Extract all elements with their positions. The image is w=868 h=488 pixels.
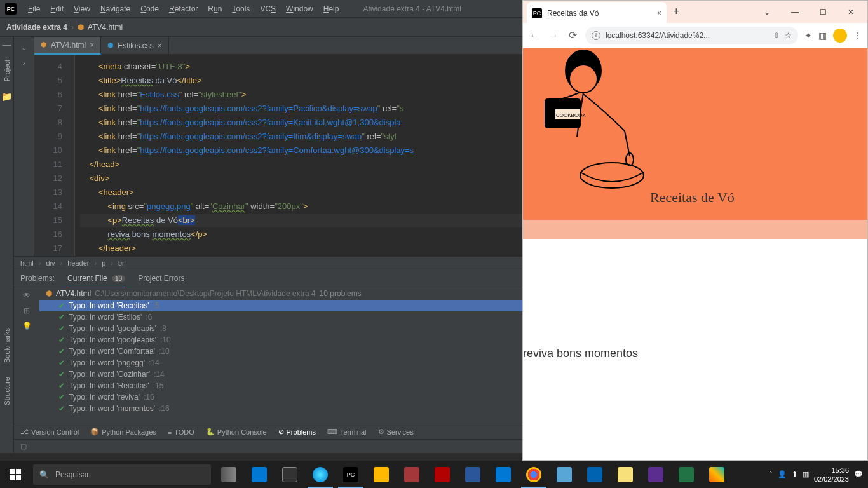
app-icon[interactable] <box>641 461 671 488</box>
close-tab-icon[interactable]: × <box>657 9 661 18</box>
svg-point-6 <box>580 163 644 188</box>
calculator-icon[interactable] <box>275 461 305 488</box>
task-app-icon[interactable] <box>244 461 275 488</box>
back-button[interactable]: ← <box>528 30 541 41</box>
maximize-button[interactable]: ☐ <box>810 3 836 21</box>
checkmark-icon: ✔ <box>58 301 65 310</box>
menu-file[interactable]: File <box>23 4 45 13</box>
structure-tool-tab[interactable]: Structure <box>2 373 12 409</box>
breadcrumb-item[interactable]: html <box>20 259 34 267</box>
tab-python-console[interactable]: 🐍 Python Console <box>206 428 267 436</box>
more-menu-icon[interactable]: ⋮ <box>853 30 862 41</box>
checkmark-icon: ✔ <box>58 313 65 322</box>
problems-tab-current[interactable]: Current File 10 <box>67 274 125 288</box>
extensions-icon[interactable]: ✦ <box>804 30 812 41</box>
user-avatar[interactable] <box>833 29 847 43</box>
tool-window-icon[interactable]: ▢ <box>20 442 27 451</box>
filezilla-icon[interactable] <box>427 461 458 488</box>
tab-python-packages[interactable]: 📦 Python Packages <box>90 428 156 436</box>
tray-icon[interactable]: ▥ <box>803 470 809 478</box>
star-icon[interactable]: ☆ <box>785 31 792 40</box>
browser-tab[interactable]: PC Receitas da Vó × <box>527 2 667 24</box>
menu-refactor[interactable]: Refactor <box>164 4 203 13</box>
menu-code[interactable]: Code <box>135 4 164 13</box>
share-icon[interactable]: ⇧ <box>773 31 780 40</box>
chevron-up-icon[interactable]: ˄ <box>769 470 773 478</box>
side-panel-icon[interactable]: ▥ <box>818 30 827 41</box>
taskbar-search[interactable]: 🔍 Pesquisar <box>33 464 211 485</box>
chrome-app-icon[interactable] <box>519 461 549 488</box>
search-icon: 🔍 <box>39 470 49 479</box>
close-button[interactable]: ✕ <box>838 3 864 21</box>
pycharm-app-icon[interactable]: PC <box>336 461 366 488</box>
sub-stripe <box>523 220 867 239</box>
system-tray[interactable]: ˄ 👤 ⬆ ▥ 15:36 02/02/2023 💬 <box>764 466 868 484</box>
menu-help[interactable]: Help <box>318 4 344 13</box>
menu-edit[interactable]: Edit <box>45 4 69 13</box>
menu-tools[interactable]: Tools <box>227 4 255 13</box>
file-name[interactable]: ATV4.html <box>88 23 123 32</box>
close-tab-icon[interactable]: × <box>158 41 162 50</box>
access-icon[interactable] <box>397 461 427 488</box>
clock[interactable]: 15:36 02/02/2023 <box>814 466 849 484</box>
new-tab-button[interactable]: + <box>667 5 686 18</box>
breadcrumb-item[interactable]: p <box>102 259 105 267</box>
chevron-right-icon[interactable]: › <box>23 58 25 67</box>
left-tool-stripe: — Project 📁 Bookmarks Structure <box>0 37 14 453</box>
forward-button[interactable]: → <box>547 30 560 41</box>
search-placeholder: Pesquisar <box>55 470 89 479</box>
tab-atv4[interactable]: ⬢ ATV4.html × <box>34 37 101 55</box>
breadcrumb-item[interactable]: header <box>67 259 89 267</box>
camera-icon[interactable] <box>580 461 610 488</box>
menu-vcs[interactable]: VCS <box>255 4 281 13</box>
tab-todo[interactable]: ≡ TODO <box>168 428 194 436</box>
chevron-down-icon[interactable]: ⌄ <box>754 3 780 21</box>
start-button[interactable] <box>0 461 31 488</box>
taskview-button[interactable] <box>214 461 244 488</box>
reload-button[interactable]: ⟳ <box>566 29 579 41</box>
tray-icon[interactable]: ⬆ <box>792 470 797 478</box>
menu-window[interactable]: Window <box>281 4 318 13</box>
people-icon[interactable]: 👤 <box>778 470 787 478</box>
bulb-icon[interactable]: 💡 <box>22 322 32 330</box>
hero-section: COOKBOOK Receitas de Vó <box>523 48 867 220</box>
tab-terminal[interactable]: ⌨ Terminal <box>327 428 367 436</box>
problems-label: Problems: <box>20 274 55 283</box>
explorer-icon[interactable] <box>366 461 397 488</box>
expand-icon[interactable]: ⊞ <box>24 306 30 315</box>
fold-gutter[interactable] <box>66 55 75 256</box>
tab-services[interactable]: ⚙ Services <box>378 428 414 436</box>
minimize-button[interactable]: — <box>782 3 808 21</box>
menu-run[interactable]: Run <box>203 4 227 13</box>
problems-tab-errors[interactable]: Project Errors <box>138 274 184 283</box>
notifications-icon[interactable]: 💬 <box>854 470 863 478</box>
chevron-down-icon[interactable]: ⌄ <box>21 43 27 52</box>
bookmarks-tool-tab[interactable]: Bookmarks <box>2 324 12 367</box>
menu-view[interactable]: View <box>69 4 95 13</box>
tab-problems[interactable]: ⊘ Problems <box>278 428 316 436</box>
browser-titlebar: PC Receitas da Vó × + ⌄ — ☐ ✕ <box>523 1 867 23</box>
word-icon[interactable] <box>458 461 488 488</box>
collapse-icon[interactable]: — <box>3 39 11 50</box>
paint-icon[interactable] <box>702 461 732 488</box>
tab-estilos[interactable]: ⬢ Estilos.css × <box>101 37 169 55</box>
project-name[interactable]: Atividade extra 4 <box>6 23 67 32</box>
checkmark-icon: ✔ <box>58 336 65 344</box>
project-tree-collapsed[interactable]: › <box>14 55 34 256</box>
excel-icon[interactable] <box>671 461 702 488</box>
outlook-icon[interactable] <box>488 461 519 488</box>
menu-navigate[interactable]: Navigate <box>95 4 135 13</box>
edge-icon[interactable] <box>305 461 336 488</box>
site-info-icon[interactable]: i <box>592 31 600 40</box>
breadcrumb-item[interactable]: div <box>46 259 55 267</box>
project-tool-tab[interactable]: Project <box>2 56 12 85</box>
tab-version-control[interactable]: ⎇ Version Control <box>20 428 79 436</box>
eye-icon[interactable]: 👁 <box>23 291 31 300</box>
app-icon[interactable] <box>610 461 641 488</box>
problems-toolbar: 👁 ⊞ 💡 <box>14 287 39 424</box>
notepad-icon[interactable] <box>549 461 580 488</box>
breadcrumb-item[interactable]: br <box>118 259 125 267</box>
checkmark-icon: ✔ <box>58 324 65 333</box>
close-tab-icon[interactable]: × <box>90 41 94 50</box>
address-bar[interactable]: i localhost:63342/Atividade%2... ⇧ ☆ <box>585 27 798 44</box>
